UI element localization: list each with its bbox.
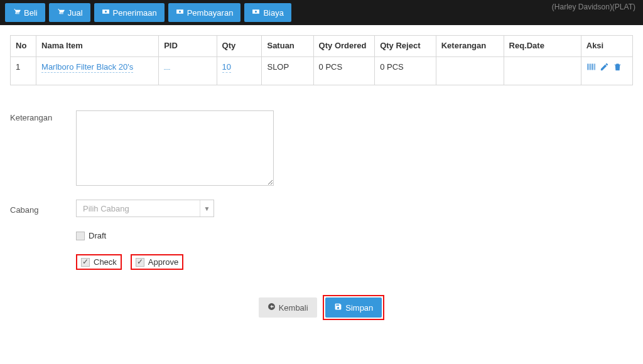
- notes-label: Keterangan: [10, 110, 76, 122]
- cell-no: 1: [11, 57, 36, 85]
- approve-checkbox[interactable]: [136, 258, 144, 267]
- branch-placeholder: Pilih Cabang: [83, 204, 129, 213]
- cart-icon: [57, 8, 65, 18]
- cell-qty-ordered: 0 PCS: [313, 57, 375, 85]
- save-button[interactable]: Simpan: [325, 297, 382, 318]
- pid-link[interactable]: [164, 68, 170, 70]
- save-label: Simpan: [345, 303, 373, 313]
- edit-icon[interactable]: [600, 62, 609, 73]
- col-unit: Satuan: [262, 36, 313, 57]
- item-link[interactable]: Marlboro Filter Black 20's: [41, 62, 133, 73]
- col-no: No: [11, 36, 36, 57]
- chevron-down-icon: ▼: [200, 200, 213, 217]
- cart-icon: [13, 8, 21, 18]
- cell-notes: [436, 57, 504, 85]
- check-label: Check: [94, 257, 117, 267]
- col-name: Nama Item: [36, 36, 159, 57]
- items-table: No Nama Item PID Qty Satuan Qty Ordered …: [10, 35, 633, 85]
- col-pid: PID: [159, 36, 217, 57]
- money-icon: [252, 8, 260, 18]
- cell-unit: SLOP: [262, 57, 313, 85]
- form-area: Keterangan Cabang Pilih Cabang ▼ Draft C…: [10, 110, 633, 320]
- draft-checkbox-row[interactable]: Draft: [76, 231, 106, 240]
- main-content: No Nama Item PID Qty Satuan Qty Ordered …: [0, 25, 643, 330]
- draft-label: Draft: [89, 231, 106, 240]
- cell-name: Marlboro Filter Black 20's: [36, 57, 159, 85]
- cell-qty-reject: 0 PCS: [375, 57, 436, 85]
- back-label: Kembali: [279, 303, 308, 313]
- topbar-user-info: (Harley Davidson)(PLAT): [552, 3, 635, 13]
- branch-select[interactable]: Pilih Cabang ▼: [76, 200, 214, 217]
- table-row: 1 Marlboro Filter Black 20's 10 SLOP 0 P…: [11, 57, 633, 85]
- save-icon: [334, 302, 342, 313]
- qty-link[interactable]: 10: [222, 62, 231, 73]
- back-button[interactable]: Kembali: [259, 297, 317, 318]
- cell-action: [581, 57, 632, 85]
- payment-label: Pembayaran: [187, 8, 234, 18]
- cell-reqdate: [504, 57, 581, 85]
- col-qty-ordered: Qty Ordered: [313, 36, 375, 57]
- cell-qty: 10: [217, 57, 262, 85]
- check-checkbox[interactable]: [81, 258, 90, 267]
- footer-buttons: Kembali Simpan: [10, 295, 633, 320]
- topbar: Beli Jual Penerimaan Pembayaran Biaya (H…: [0, 0, 643, 25]
- check-checkbox-row[interactable]: Check: [81, 257, 117, 267]
- save-highlight: Simpan: [323, 295, 384, 320]
- cost-button[interactable]: Biaya: [244, 3, 291, 22]
- sell-label: Jual: [68, 8, 83, 18]
- col-action: Aksi: [581, 36, 632, 57]
- buy-button[interactable]: Beli: [5, 3, 45, 22]
- delete-icon[interactable]: [613, 62, 622, 73]
- user-org: (Harley Davidson)(PLAT): [552, 3, 635, 13]
- cost-label: Biaya: [263, 8, 284, 18]
- barcode-icon[interactable]: [586, 62, 596, 73]
- back-arrow-icon: [267, 302, 276, 313]
- approve-checkbox-row[interactable]: Approve: [136, 257, 178, 267]
- col-reqdate: Req.Date: [504, 36, 581, 57]
- branch-label: Cabang: [10, 203, 76, 215]
- money-icon: [102, 8, 110, 18]
- receipt-label: Penerimaan: [113, 8, 157, 18]
- sell-button[interactable]: Jual: [49, 3, 90, 22]
- approve-label: Approve: [148, 257, 178, 267]
- buy-label: Beli: [24, 8, 38, 18]
- cell-pid: [159, 57, 217, 85]
- approve-highlight: Approve: [131, 254, 183, 270]
- money-icon: [176, 8, 184, 18]
- payment-button[interactable]: Pembayaran: [168, 3, 241, 22]
- col-qty: Qty: [217, 36, 262, 57]
- col-notes: Keterangan: [436, 36, 504, 57]
- check-highlight: Check: [76, 254, 122, 270]
- draft-checkbox[interactable]: [76, 232, 85, 240]
- notes-textarea[interactable]: [76, 110, 274, 186]
- col-qty-reject: Qty Reject: [375, 36, 436, 57]
- receipt-button[interactable]: Penerimaan: [94, 3, 165, 22]
